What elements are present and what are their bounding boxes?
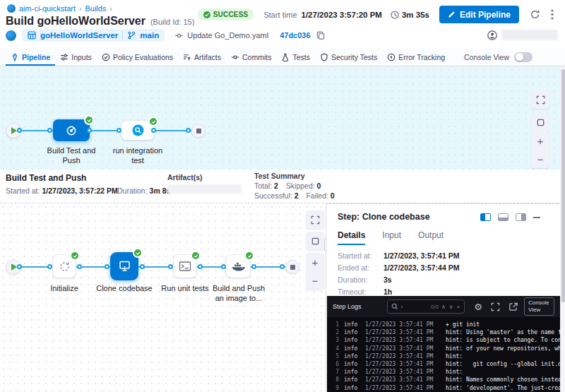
console-view-switch[interactable] [514, 52, 533, 62]
log-line: 5info1/27/2023 3:57:41 PMhint: [331, 352, 560, 360]
open-external-icon[interactable] [509, 302, 518, 311]
tab-label: Error Tracking [398, 53, 445, 61]
search-clear-button[interactable]: × [456, 304, 461, 310]
log-line: 8info1/27/2023 3:57:41 PMhint: Names com… [331, 376, 560, 384]
log-fullscreen-icon[interactable] [491, 302, 500, 311]
title-row: Build goHelloWorldServer (Build Id: 15) [6, 15, 194, 28]
stage-node-build-test-and-push[interactable] [53, 119, 90, 141]
zoom-in-button[interactable]: + [306, 253, 324, 271]
edit-pipeline-label: Edit Pipeline [460, 10, 511, 20]
stage-node-label[interactable]: run integration test [111, 145, 165, 166]
breadcrumb-project-link[interactable]: aim-ci-quickstart [19, 4, 76, 13]
stage-info-title: Build Test and Push [6, 173, 86, 183]
log-line: 6info1/27/2023 3:57:41 PMhint: git confi… [331, 360, 560, 368]
stage-graph-canvas[interactable]: Build Test and Push run integration test… [0, 66, 565, 170]
status-badge-label: SUCCESS [213, 11, 249, 18]
commits-icon [231, 53, 239, 61]
console-view-toggle: Console View [464, 48, 533, 66]
success-badge-icon [244, 251, 254, 261]
total-duration: 3m 35s [402, 11, 429, 19]
breadcrumb-builds-link[interactable]: Builds [85, 4, 106, 13]
step-node-clone-codebase[interactable] [110, 252, 138, 280]
log-settings-gear-icon[interactable]: ⚙ [474, 302, 482, 311]
tab-label: Pipeline [22, 53, 50, 61]
search-icon [391, 303, 398, 310]
success-badge-icon [148, 117, 158, 126]
user-icon [487, 30, 497, 40]
copy-icon[interactable] [316, 31, 325, 40]
zoom-out-button[interactable]: − [306, 271, 324, 290]
tab-artifacts[interactable]: Artifacts [178, 48, 226, 66]
tab-input[interactable]: Input [382, 230, 401, 245]
tab-pipeline[interactable]: Pipeline [6, 48, 55, 66]
build-tabbar: Pipeline Inputs Policy Evaluations Artif… [0, 48, 565, 66]
search-match-count: 0/0 [431, 304, 439, 310]
tab-security-tests[interactable]: Security Tests [315, 48, 382, 66]
search-next-button[interactable]: ∨ [448, 304, 454, 310]
stage-info-strip: Build Test and Push Started at:1/27/2023… [0, 170, 565, 203]
step-logs-console: Step Logs › 0/0 ∧ ∨ × ⚙ Console View 1in… [327, 296, 560, 392]
layout-bottom-icon[interactable] [498, 213, 509, 221]
connector-dot [47, 128, 52, 133]
step-node-run-unit-tests[interactable] [174, 255, 196, 278]
more-options-button[interactable] [551, 9, 554, 20]
stage-node-label[interactable]: Build Test and Push [43, 145, 100, 166]
stage-canvas-fit-button[interactable] [531, 113, 549, 131]
layout-right-icon[interactable] [516, 213, 526, 221]
scrollbar-thumb[interactable] [561, 69, 565, 302]
fullscreen-icon [311, 215, 320, 225]
step-canvas-fit-button[interactable] [306, 232, 324, 250]
test-summary-line-1: Total: 2 Skipped: 0 [254, 182, 326, 190]
status-badge: SUCCESS [198, 8, 254, 20]
pencil-icon [448, 11, 456, 18]
refresh-button[interactable] [530, 9, 540, 20]
commit-sha-link[interactable]: 47dc036 [280, 31, 310, 40]
detail-row-duration: Duration:3s [338, 275, 459, 284]
step-node-initialize[interactable] [53, 255, 76, 278]
step-details-panel: Step: Clone codebase Details Input Outpu… [327, 203, 560, 392]
log-line: 9info1/27/2023 3:57:41 PMhint: 'developm… [331, 384, 560, 392]
connector-dot [140, 264, 145, 269]
connector-dot [47, 264, 52, 269]
success-check-icon [203, 11, 210, 18]
refresh-icon [530, 9, 540, 20]
log-body[interactable]: 1info1/27/2023 3:57:41 PM+ git init 2inf… [327, 317, 560, 392]
console-view-button[interactable]: Console View [524, 297, 554, 316]
log-search-input[interactable]: › 0/0 ∧ ∨ × [387, 299, 465, 314]
step-node-build-and-push[interactable] [226, 255, 250, 278]
step-node-label[interactable]: Clone codebase [91, 283, 157, 293]
pipeline-pill[interactable]: goHelloWorldServer main [22, 29, 165, 42]
tab-commits[interactable]: Commits [226, 48, 276, 66]
commit-message: Update Go_Demo.yaml [187, 31, 268, 40]
tab-details[interactable]: Details [338, 230, 365, 245]
tab-policy-evaluations[interactable]: Policy Evaluations [97, 48, 178, 66]
commit-group: Update Go_Demo.yaml [174, 31, 268, 40]
log-line: 2info1/27/2023 3:57:41 PMhint: Using 'ma… [331, 328, 560, 336]
tab-output[interactable]: Output [418, 230, 444, 245]
stage-canvas-fullscreen-button[interactable] [531, 90, 549, 109]
page-scrollbar[interactable] [560, 66, 565, 392]
redacted-artifact-value [167, 184, 242, 194]
tab-tests[interactable]: Tests [276, 48, 315, 66]
zoom-in-button[interactable]: + [531, 131, 549, 150]
minimize-panel-icon[interactable] [533, 217, 540, 218]
tab-label: Inputs [71, 53, 92, 61]
shield-icon [320, 53, 328, 61]
terminal-icon [179, 261, 191, 272]
edit-pipeline-button[interactable]: Edit Pipeline [439, 6, 519, 23]
step-canvas-fullscreen-button[interactable] [306, 210, 324, 229]
tab-error-tracking[interactable]: Error Tracking [382, 48, 450, 66]
step-graph-canvas[interactable]: Initialize Clone codebase Run unit tests… [0, 203, 326, 392]
policy-check-icon [102, 53, 110, 61]
search-caret: › [400, 304, 404, 310]
tab-inputs[interactable]: Inputs [55, 48, 97, 66]
git-branch-icon [127, 31, 136, 40]
stage-node-run-integration-test[interactable] [121, 121, 154, 140]
layout-split-left-icon[interactable] [480, 213, 491, 221]
stop-icon [290, 265, 295, 270]
step-node-label[interactable]: Initialize [39, 283, 90, 293]
step-node-label[interactable]: Build and Push an image to... [208, 283, 270, 304]
zoom-out-button[interactable]: − [531, 150, 549, 168]
search-prev-button[interactable]: ∧ [441, 304, 446, 310]
breadcrumb-separator: › [109, 5, 112, 13]
